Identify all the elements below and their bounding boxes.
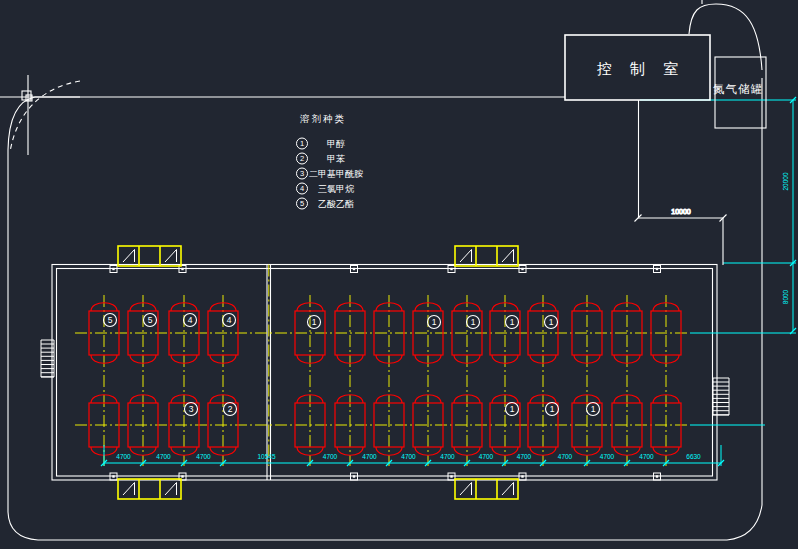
column-marker-dot — [181, 475, 183, 477]
solvent-legend: 溶剂种类 1甲醇2甲苯3二甲基甲酰胺4三氯甲烷5乙酸乙酯 — [297, 113, 364, 209]
row-axis-lines — [75, 333, 796, 425]
stair-symbol — [713, 378, 729, 415]
door-opening — [455, 246, 518, 266]
tank-label-number: 1 — [312, 317, 317, 327]
tank-label-number: 1 — [549, 317, 554, 327]
dimension-top-10000: 10000 — [635, 100, 727, 265]
door-opening — [118, 479, 181, 499]
door-swing-mark — [123, 483, 135, 496]
column-marker-dot — [656, 268, 658, 270]
dim-value: 6630 — [686, 453, 701, 460]
door-swing-mark — [460, 250, 472, 263]
wall-stairs — [41, 340, 729, 415]
tank-farm-building — [52, 265, 717, 481]
door-opening-divider — [139, 479, 160, 499]
dim-value: 4700 — [401, 453, 416, 460]
tank-label-number: 3 — [189, 404, 194, 414]
door-openings — [118, 246, 518, 499]
fence-left — [8, 78, 762, 540]
cad-drawing-canvas[interactable]: 55443211111111 4700470047001054547004700… — [0, 0, 798, 549]
legend-item-number: 2 — [300, 154, 304, 163]
tank-label-number: 1 — [432, 317, 437, 327]
door-swing-mark — [502, 483, 514, 496]
legend-item-label: 甲醇 — [327, 139, 345, 149]
control-room-label: 控 制 室 — [597, 60, 685, 77]
tank-label-number: 1 — [550, 404, 555, 414]
dim-value: 4700 — [600, 453, 615, 460]
tank-label-number: 1 — [471, 317, 476, 327]
door-swing-mark — [165, 483, 177, 496]
dim-value: 4700 — [639, 453, 654, 460]
storage-tanks — [89, 303, 681, 456]
legend-item-label: 乙酸乙酯 — [318, 199, 354, 209]
outer-wall — [52, 265, 717, 481]
column-marker-dot — [450, 475, 452, 477]
dim-value: 4700 — [116, 453, 131, 460]
legend-title: 溶剂种类 — [300, 113, 346, 124]
control-room: 控 制 室 — [565, 35, 710, 100]
legend-item-label: 甲苯 — [327, 154, 345, 164]
tank-label-number: 4 — [188, 315, 193, 325]
door-swing-mark — [502, 250, 514, 263]
legend-item-number: 3 — [300, 169, 304, 178]
dim-value: 4700 — [362, 453, 377, 460]
dim-value: 4700 — [323, 453, 338, 460]
legend-item-number: 5 — [300, 199, 304, 208]
door-swing-mark — [165, 250, 177, 263]
legend-item-number: 4 — [300, 184, 304, 193]
tank-label-number: 5 — [108, 315, 113, 325]
tank-number-labels: 55443211111111 — [104, 314, 600, 416]
column-marker-dot — [521, 268, 523, 270]
corner-crosshair-marker — [0, 75, 80, 155]
dim-value: 4700 — [479, 453, 494, 460]
door-opening-divider — [476, 246, 497, 266]
dim-value: 8000 — [782, 289, 789, 304]
column-marker-dot — [181, 268, 183, 270]
column-marker-dot — [353, 475, 355, 477]
dim-value: 4700 — [558, 453, 573, 460]
dim-value: 4700 — [517, 453, 532, 460]
column-grid-lines — [104, 265, 666, 467]
tank-label-number: 1 — [510, 317, 515, 327]
road-curve-dashed — [10, 81, 80, 152]
door-opening-divider — [139, 246, 160, 266]
tank-label-number: 1 — [510, 404, 515, 414]
door-opening — [455, 479, 518, 499]
dimension-line-right: 200008000 — [640, 97, 796, 334]
nitrogen-tank-label: 氮气储罐 — [713, 83, 763, 95]
inner-wall — [57, 269, 713, 477]
tank-label-number: 2 — [228, 404, 233, 414]
door-swing-mark — [460, 483, 472, 496]
dim-top-value: 10000 — [671, 208, 691, 215]
tank-label-number: 5 — [148, 315, 153, 325]
column-marker-dot — [450, 268, 452, 270]
legend-item-label: 三氯甲烷 — [318, 184, 354, 194]
dim-value: 4700 — [196, 453, 211, 460]
column-marker-dot — [521, 475, 523, 477]
dim-value: 10545 — [257, 453, 275, 460]
column-marker-dot — [656, 475, 658, 477]
dim-value: 4700 — [440, 453, 455, 460]
door-opening — [118, 246, 181, 266]
legend-item-label: 二甲基甲酰胺 — [309, 169, 363, 179]
tank-label-number: 4 — [227, 315, 232, 325]
dim-value: 4700 — [156, 453, 171, 460]
tank-label-number: 1 — [591, 404, 596, 414]
column-marker-dot — [112, 475, 114, 477]
door-opening-divider — [476, 479, 497, 499]
column-marker-dot — [112, 268, 114, 270]
door-swing-mark — [123, 250, 135, 263]
legend-item-number: 1 — [300, 139, 304, 148]
dim-value: 20000 — [782, 172, 789, 190]
nitrogen-storage-tank: 氮气储罐 — [713, 57, 766, 128]
column-marker-dot — [353, 268, 355, 270]
wall-column-markers — [110, 266, 661, 481]
